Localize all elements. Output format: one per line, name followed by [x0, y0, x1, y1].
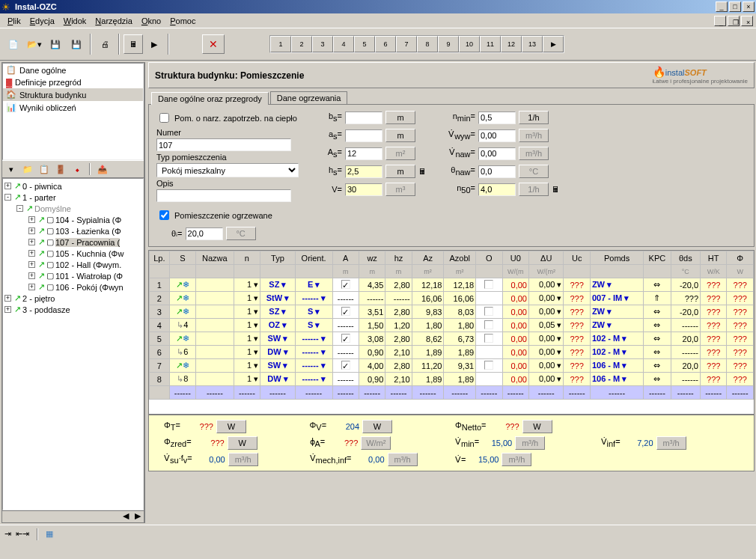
tree-node[interactable]: -↗ Domyślne — [4, 203, 141, 214]
tab-dane-ogolne[interactable]: Dane ogólne oraz przegrody — [151, 92, 269, 105]
menubar: Plik Edycja Widok Narzędzia Okno Pomoc _… — [0, 13, 756, 28]
logo: 🔥instalSOFTŁatwe i profesjonalne projekt… — [653, 66, 748, 85]
left-panel: 📋 Dane ogólne ▓ Definicje przegród 🏠 Str… — [1, 62, 145, 523]
Vnaw-input[interactable] — [478, 147, 516, 160]
nav-12[interactable]: 12 — [501, 36, 522, 52]
nav-8[interactable]: 8 — [417, 36, 438, 52]
menu-okno[interactable]: Okno — [137, 15, 165, 27]
tree-btn3[interactable]: 📋 — [37, 162, 51, 176]
chk-pom-narz[interactable] — [159, 113, 169, 123]
theta-i-input[interactable] — [186, 227, 223, 240]
saveall-button[interactable]: 💾 — [67, 34, 86, 54]
As-input[interactable] — [345, 147, 382, 160]
tree[interactable]: +↗ 0 - piwnica-↗ 1 - parter-↗ Domyślne+↗… — [2, 178, 144, 510]
tree-btn1[interactable]: ▾ — [4, 162, 18, 176]
nav-list: 📋 Dane ogólne ▓ Definicje przegród 🏠 Str… — [2, 63, 144, 160]
close-button[interactable]: × — [743, 1, 755, 12]
tree-node[interactable]: +↗▢ 106 - Pokój (Φwyn — [4, 281, 141, 293]
menu-narzedzia[interactable]: Narzędzia — [91, 15, 137, 27]
nav-2[interactable]: 2 — [291, 36, 312, 52]
tree-toolbar: ▾ 📁 📋 🚪 ⬥ 📤 — [2, 160, 144, 178]
tree-btn6[interactable]: 📤 — [96, 162, 109, 176]
tree-node[interactable]: -↗ 1 - parter — [4, 192, 141, 203]
Vwyw-input[interactable] — [478, 129, 516, 142]
tree-node[interactable]: +↗▢ 105 - Kuchnia (Φw — [4, 248, 141, 259]
right-panel: Struktura budynku: Pomieszczenie 🔥instal… — [148, 62, 755, 523]
nav-5[interactable]: 5 — [354, 36, 375, 52]
typ-select[interactable]: Pokój mieszkalny — [156, 163, 299, 177]
as-input[interactable] — [345, 129, 382, 142]
thetanaw-input[interactable] — [478, 165, 516, 178]
V-input[interactable] — [345, 183, 382, 196]
menu-widok[interactable]: Widok — [59, 15, 91, 27]
tree-node[interactable]: +↗ 2 - piętro — [4, 293, 141, 304]
nav-9[interactable]: 9 — [438, 36, 459, 52]
tree-btn5[interactable]: ⬥ — [70, 162, 84, 176]
nav-4[interactable]: 4 — [333, 36, 354, 52]
numer-input[interactable] — [156, 138, 291, 151]
nav-wyniki[interactable]: 📊 Wyniki obliczeń — [3, 101, 143, 114]
menu-edycja[interactable]: Edycja — [25, 15, 59, 27]
main-toolbar: 📄 📂▾ 💾 💾 🖨 🖩 ▶ ✕ 12345678910111213▶ — [0, 28, 756, 61]
window-title: Instal-OZC — [15, 2, 714, 11]
sb-icon1[interactable]: ⇥ — [4, 529, 11, 539]
nav-1[interactable]: 1 — [270, 36, 291, 52]
tree-node[interactable]: +↗▢ 103 - Łazienka (Φ — [4, 225, 141, 236]
new-button[interactable]: 📄 — [4, 34, 23, 54]
chk-ogrzewane[interactable] — [159, 210, 169, 220]
nav-3[interactable]: 3 — [312, 36, 333, 52]
nav-definicje[interactable]: ▓ Definicje przegród — [3, 76, 143, 88]
summary: ΦT=???W ΦV=204W ΦNetto=???W Φzred=???W ϕ… — [148, 415, 755, 471]
page-title: Struktura budynku: Pomieszczenie — [155, 70, 653, 81]
nmin-input[interactable] — [478, 112, 516, 124]
menu-pomoc[interactable]: Pomoc — [165, 15, 200, 27]
nav-11[interactable]: 11 — [480, 36, 501, 52]
open-button[interactable]: 📂▾ — [25, 34, 44, 54]
mdi-min[interactable]: _ — [714, 16, 726, 26]
statusbar: ⇥ ⇤⇥ ▦ — [0, 525, 756, 543]
print-button[interactable]: 🖨 — [95, 34, 115, 54]
nav-13[interactable]: 13 — [522, 36, 543, 52]
calc-icon[interactable]: 🖩 — [418, 167, 427, 176]
nav-10[interactable]: 10 — [459, 36, 480, 52]
tree-node[interactable]: +↗ 0 - piwnica — [4, 180, 141, 192]
tree-node[interactable]: +↗▢ 101 - Wiatrołap (Φ — [4, 270, 141, 281]
n50-input[interactable] — [478, 183, 516, 196]
titlebar: ☀ Instal-OZC _ □ × — [0, 0, 756, 13]
tabs: Dane ogólne oraz przegrody Dane ogrzewan… — [148, 91, 755, 105]
nav-strip: 12345678910111213▶ — [269, 35, 564, 53]
app-icon: ☀ — [1, 1, 12, 12]
nav-next[interactable]: ▶ — [543, 36, 564, 52]
opis-input[interactable] — [156, 189, 291, 202]
mdi-close[interactable]: × — [741, 16, 753, 26]
calc-icon2[interactable]: 🖩 — [552, 185, 560, 194]
hs-input[interactable] — [345, 165, 382, 178]
bs-input[interactable] — [345, 112, 382, 124]
scroll-left[interactable]: ◀ — [120, 511, 132, 522]
tree-node[interactable]: +↗▢ 104 - Sypialnia (Φ — [4, 214, 141, 225]
nav-6[interactable]: 6 — [375, 36, 396, 52]
tree-node[interactable]: +↗▢ 102 - Hall (Φwym. — [4, 259, 141, 270]
tree-node[interactable]: +↗▢ 107 - Pracownia ( — [4, 236, 141, 248]
sb-icon2[interactable]: ⇤⇥ — [16, 529, 29, 539]
delete-button[interactable]: ✕ — [202, 34, 225, 54]
save-button[interactable]: 💾 — [46, 34, 65, 54]
form-area: Pom. o narz. zapotrzeb. na ciepło Numer … — [148, 105, 755, 247]
maximize-button[interactable]: □ — [729, 1, 741, 12]
mdi-restore[interactable]: ❐ — [728, 16, 740, 26]
content-header: Struktura budynku: Pomieszczenie 🔥instal… — [148, 62, 755, 88]
nav-struktura[interactable]: 🏠 Struktura budynku — [3, 88, 143, 101]
sb-icon3[interactable]: ▦ — [46, 529, 53, 539]
calc-button[interactable]: 🖩 — [124, 34, 143, 54]
tab-dane-ogrzewania[interactable]: Dane ogrzewania — [270, 91, 348, 104]
tree-btn2[interactable]: 📁 — [21, 162, 34, 176]
arrow-button[interactable]: ▶ — [144, 34, 164, 54]
minimize-button[interactable]: _ — [716, 1, 728, 12]
nav-dane-ogolne[interactable]: 📋 Dane ogólne — [3, 64, 143, 76]
tree-node[interactable]: +↗ 3 - poddasze — [4, 304, 141, 315]
menu-plik[interactable]: Plik — [3, 15, 25, 27]
grid[interactable]: Lp.SNazwanTypOrient.AwzhzAzAzoblOU0ΔUUcP… — [148, 250, 755, 415]
nav-7[interactable]: 7 — [396, 36, 417, 52]
tree-btn4[interactable]: 🚪 — [54, 162, 67, 176]
scroll-right[interactable]: ▶ — [132, 511, 144, 522]
